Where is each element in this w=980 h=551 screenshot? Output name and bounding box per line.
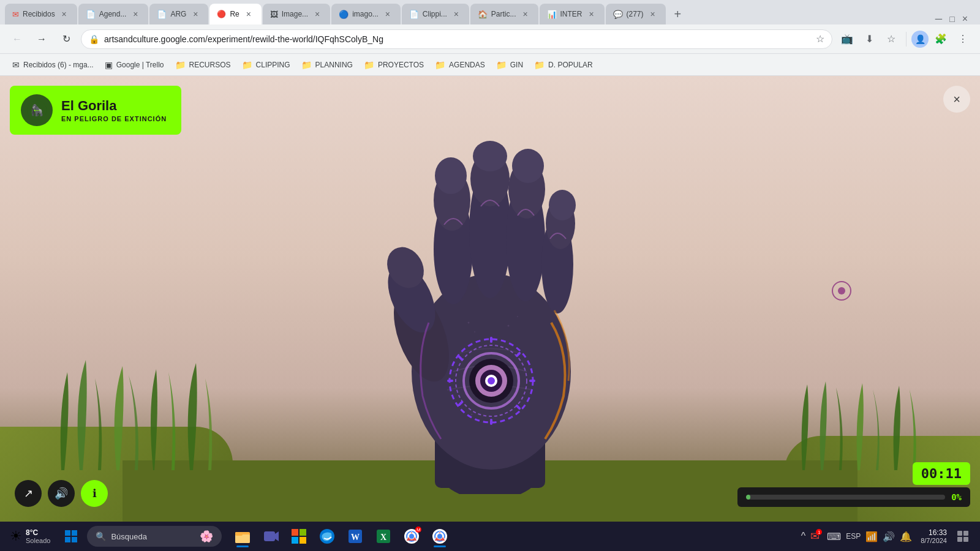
- tab-partic[interactable]: 🏠 Partic... ×: [470, 4, 538, 24]
- tab-whatsapp[interactable]: 💬 (277) ×: [606, 4, 666, 24]
- excel-icon: X: [375, 528, 391, 544]
- sound-button[interactable]: 🔊: [48, 480, 75, 507]
- window-close-button[interactable]: ×: [962, 13, 968, 24]
- minimize-button[interactable]: ─: [935, 13, 942, 24]
- bookmark-recursos[interactable]: 📁 RECURSOS: [170, 58, 236, 72]
- save-page-button[interactable]: ⬇: [859, 29, 879, 49]
- tab-whatsapp-label: (277): [627, 10, 644, 18]
- tab-imago-close[interactable]: ×: [382, 9, 393, 20]
- scene-close-button[interactable]: ×: [943, 86, 970, 113]
- tab-docs1-close[interactable]: ×: [130, 9, 141, 20]
- refresh-button[interactable]: ↻: [56, 29, 76, 49]
- bookmark-button[interactable]: ☆: [881, 29, 901, 49]
- weather-condition: Soleado: [26, 537, 50, 544]
- lock-icon: 🔒: [89, 34, 99, 44]
- new-tab-button[interactable]: +: [667, 4, 689, 24]
- info-card-subtitle: EN PELIGRO DE EXTINCIÓN: [61, 115, 167, 122]
- bookmark-trello[interactable]: ▣ Google | Trello: [100, 58, 169, 72]
- bookmark-planning[interactable]: 📁 PLANNING: [296, 58, 358, 72]
- svg-rect-72: [963, 537, 968, 542]
- search-text: Búsqueda: [111, 532, 147, 541]
- tab-inter[interactable]: 📊 INTER ×: [540, 4, 605, 24]
- extensions-button[interactable]: 🧩: [931, 29, 951, 49]
- progress-container: 0%: [737, 487, 970, 507]
- taskbar-clock[interactable]: 16:33 8/7/2024: [917, 527, 951, 545]
- keyboard-icon[interactable]: ⌨: [827, 531, 841, 542]
- taskbar-chrome[interactable]: M: [398, 523, 425, 550]
- tab-clipping[interactable]: 📄 Clippi... ×: [402, 4, 469, 24]
- screen-cast-button[interactable]: 📺: [837, 29, 857, 49]
- bookmark-dpopular[interactable]: 📁 D. POPULAR: [529, 58, 598, 72]
- bookmark-agendas[interactable]: 📁 AGENDAS: [430, 58, 490, 72]
- star-icon[interactable]: ☆: [816, 33, 824, 45]
- profile-button[interactable]: 👤: [911, 31, 929, 48]
- taskbar-weather[interactable]: ☀ 8°C Soleado: [5, 526, 55, 547]
- svg-point-40: [489, 420, 491, 421]
- progress-fill: [746, 495, 750, 500]
- info-button[interactable]: ℹ: [81, 480, 108, 507]
- chevron-up-icon[interactable]: ^: [801, 531, 806, 542]
- agendas-folder-icon: 📁: [435, 60, 445, 70]
- language-badge[interactable]: ESP: [846, 532, 861, 541]
- weather-text: 8°C Soleado: [26, 528, 50, 544]
- tab-imago[interactable]: 🔵 imago... ×: [331, 4, 401, 24]
- taskbar-store[interactable]: [285, 523, 312, 550]
- taskbar-edge[interactable]: [314, 523, 341, 550]
- active-indicator2: [434, 545, 446, 547]
- taskbar-video[interactable]: [257, 523, 284, 550]
- notification-area[interactable]: ✉ 1: [810, 530, 822, 543]
- bookmark-gin[interactable]: 📁 GIN: [491, 58, 528, 72]
- forward-button[interactable]: →: [32, 29, 51, 49]
- tab-whatsapp-close[interactable]: ×: [647, 9, 658, 20]
- svg-text:W: W: [351, 533, 360, 542]
- taskbar-chrome2[interactable]: [426, 523, 453, 550]
- tab-clipping-close[interactable]: ×: [451, 9, 462, 20]
- notification-center-icon: [957, 530, 969, 542]
- share-button[interactable]: ↗: [15, 480, 42, 507]
- bookmark-agendas-label: AGENDAS: [449, 61, 485, 69]
- taskbar-excel[interactable]: X: [370, 523, 397, 550]
- progress-label: 0%: [951, 492, 962, 502]
- bookmark-clipping[interactable]: 📁 CLIPPING: [237, 58, 295, 72]
- start-button[interactable]: [58, 523, 85, 550]
- active-indicator: [236, 545, 249, 547]
- menu-button[interactable]: ⋮: [953, 29, 973, 49]
- tab-gmail-close[interactable]: ×: [59, 9, 70, 20]
- gin-folder-icon: 📁: [496, 60, 507, 70]
- bookmarks-bar: ✉ Recibidos (6) - mga... ▣ Google | Trel…: [0, 54, 980, 76]
- content-area: 🦍 ← El Gorila EN PELIGRO DE EXTINCIÓN × …: [0, 76, 980, 522]
- volume-icon[interactable]: 🔊: [883, 531, 895, 542]
- tab-arg-close[interactable]: ×: [190, 9, 201, 20]
- network-icon[interactable]: 📶: [865, 531, 878, 542]
- taskbar-word[interactable]: W: [342, 523, 369, 550]
- tab-inter-close[interactable]: ×: [586, 9, 597, 20]
- back-button[interactable]: ←: [7, 29, 27, 49]
- taskbar-search[interactable]: 🔍 Búsqueda 🌸: [87, 526, 222, 547]
- svg-rect-28: [529, 380, 535, 382]
- tab-partic-close[interactable]: ×: [520, 9, 531, 20]
- bookmark-gmail-label: Recibidos (6) - mga...: [23, 61, 94, 69]
- weather-icon: ☀: [10, 528, 22, 544]
- tab-active[interactable]: 🔴 Re ×: [209, 4, 261, 24]
- tab-gmail[interactable]: ✉ Recibidos ×: [5, 4, 77, 24]
- maximize-button[interactable]: □: [949, 14, 954, 24]
- bookmark-proyectos[interactable]: 📁 PROYECTOS: [359, 58, 429, 72]
- taskbar-explorer[interactable]: [229, 523, 256, 550]
- bookmark-gmail[interactable]: ✉ Recibidos (6) - mga...: [7, 58, 99, 72]
- svg-point-35: [474, 331, 475, 332]
- info-card[interactable]: 🦍 ← El Gorila EN PELIGRO DE EXTINCIÓN: [10, 86, 181, 135]
- tab-image1-close[interactable]: ×: [312, 9, 323, 20]
- clipping-favicon: 📄: [409, 10, 419, 19]
- notification-center-button[interactable]: [956, 529, 970, 544]
- tab-bar: ✉ Recibidos × 📄 Agend... × 📄 ARG × 🔴 Re …: [0, 0, 980, 24]
- svg-rect-54: [292, 537, 298, 544]
- address-bar[interactable]: 🔒 artsandculture.google.com/experiment/r…: [81, 29, 832, 49]
- bookmark-planning-label: PLANNING: [315, 61, 353, 69]
- tab-arg[interactable]: 📄 ARG ×: [149, 4, 208, 24]
- notification-bell-icon[interactable]: 🔔: [900, 531, 912, 542]
- tab-image1[interactable]: 🖼 Image... ×: [263, 4, 330, 24]
- tab-docs1[interactable]: 📄 Agend... ×: [78, 4, 149, 24]
- tab-active-close[interactable]: ×: [243, 9, 254, 20]
- partic-favicon: 🏠: [478, 10, 488, 19]
- info-card-icon: 🦍 ←: [21, 94, 53, 126]
